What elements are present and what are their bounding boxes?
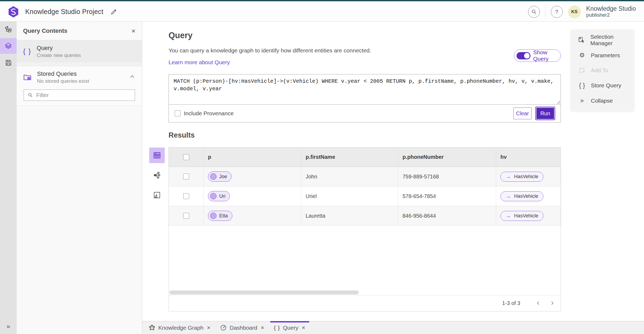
topbar-right-cluster: ? KS Knowledge Studio publisher2: [528, 5, 636, 19]
filter-section: [17, 88, 142, 106]
project-title: Knowledge Studio Project: [25, 8, 103, 16]
panel-section-gap: [17, 62, 142, 66]
column-header-phonenumber[interactable]: p.phoneNumber: [398, 148, 496, 167]
relationship-pill[interactable]: → HasVehicle: [500, 191, 543, 201]
row-checkbox[interactable]: [183, 174, 189, 179]
query-textarea[interactable]: MATCH (p:Person)-[hv:HasVehicle]->(v:Veh…: [169, 74, 561, 105]
app-window: Knowledge Studio Project ? KS Knowledge …: [0, 0, 644, 334]
user-identity: Knowledge Studio publisher2: [586, 5, 636, 18]
graph-view-button[interactable]: [149, 167, 165, 183]
expand-rail-button[interactable]: »: [0, 323, 17, 330]
close-tab-button[interactable]: ×: [302, 324, 305, 331]
tab-knowledge-graph[interactable]: Knowledge Graph ×: [144, 321, 215, 334]
rail-item-save[interactable]: [0, 55, 17, 70]
search-button[interactable]: [528, 6, 540, 18]
braces-icon: { }: [23, 47, 31, 56]
stored-queries-subtitle: No stored queries exist: [37, 78, 89, 84]
avatar[interactable]: KS: [568, 5, 581, 18]
relationship-pill[interactable]: → HasVehicle: [500, 211, 543, 221]
edit-project-title-button[interactable]: [110, 8, 117, 15]
next-page-button[interactable]: [548, 299, 556, 307]
folder-icon: [23, 73, 32, 81]
store-query-button[interactable]: { } Store Query: [571, 78, 634, 92]
close-tab-button[interactable]: ×: [207, 324, 210, 331]
tab-dashboard[interactable]: Dashboard ×: [215, 321, 269, 334]
braces-icon: { }: [579, 82, 585, 89]
toggle-switch-on[interactable]: [517, 52, 530, 59]
relationship-pill-label: HasVehicle: [514, 193, 538, 199]
selection-manager-button[interactable]: Selection Manager: [571, 33, 634, 47]
gauge-icon: [220, 324, 227, 331]
gear-icon: ⚙: [579, 52, 585, 59]
filter-input-box: [24, 89, 135, 101]
panel-header: Query Contents ×: [17, 21, 142, 40]
entity-pill[interactable]: Etta: [208, 211, 232, 221]
panel-item-stored-queries[interactable]: Stored Queries No stored queries exist: [17, 66, 142, 88]
row-checkbox[interactable]: [183, 213, 189, 219]
braces-icon: { }: [274, 325, 280, 331]
column-header-firstname[interactable]: p.firstName: [301, 148, 398, 167]
pencil-icon: [110, 8, 117, 15]
close-panel-button[interactable]: ×: [131, 27, 136, 34]
filter-input[interactable]: [36, 92, 131, 98]
rail-item-layers[interactable]: [0, 38, 17, 54]
page-description: You can query a knowledge graph to ident…: [169, 47, 371, 54]
cell-phonenumber: 759-889-57168: [398, 167, 496, 186]
cell-firstname: John: [301, 167, 398, 186]
show-query-toggle[interactable]: Show Query: [514, 49, 561, 62]
close-tab-button[interactable]: ×: [261, 324, 264, 331]
entity-pill[interactable]: Uri: [208, 191, 230, 201]
panel-item-query[interactable]: { } Query Create new queries: [17, 40, 142, 62]
query-actions-panel: Selection Manager ⚙ Parameters Add To { …: [571, 30, 634, 111]
cell-phonenumber: 578-654-7854: [398, 186, 496, 206]
rail-item-data-model[interactable]: [0, 21, 17, 37]
topbar: Knowledge Studio Project ? KS Knowledge …: [0, 2, 644, 21]
learn-more-link[interactable]: Learn more about Query: [169, 59, 230, 66]
relationship-pill[interactable]: → HasVehicle: [500, 172, 543, 182]
resize-handle[interactable]: [556, 100, 560, 104]
chart-view-button[interactable]: [149, 187, 165, 203]
page-title: Query: [169, 31, 193, 40]
clear-button[interactable]: Clear: [513, 107, 532, 119]
table-icon: [153, 151, 161, 159]
column-header-hv[interactable]: hv: [496, 148, 561, 167]
query-contents-panel: Query Contents × { } Query Create new qu…: [17, 21, 142, 334]
selection-manager-label: Selection Manager: [590, 34, 634, 46]
hierarchy-icon: [5, 26, 12, 33]
table-row: Uri Uriel 578-654-7854 → HasVehicle: [169, 186, 561, 206]
tab-query[interactable]: { } Query ×: [269, 321, 310, 334]
include-provenance-checkbox[interactable]: [175, 110, 181, 116]
parameters-label: Parameters: [591, 52, 620, 59]
run-button[interactable]: Run: [536, 107, 555, 120]
collapse-section-button[interactable]: [129, 73, 136, 81]
relationship-pill-label: HasVehicle: [514, 174, 538, 179]
horizontal-scrollbar-thumb[interactable]: [169, 290, 359, 295]
add-to-button[interactable]: Add To: [571, 63, 634, 77]
search-icon: [28, 92, 33, 98]
avatar-initials: KS: [571, 9, 578, 15]
entity-node-icon: [210, 173, 217, 180]
search-icon: [531, 9, 537, 15]
bottom-tab-bar: Knowledge Graph × Dashboard × { } Query …: [142, 321, 644, 334]
arrow-right-icon: →: [506, 174, 511, 180]
relationship-pill-label: HasVehicle: [514, 213, 538, 219]
table-row: Etta Lauretta 846-956-8644 → HasVehicle: [169, 206, 561, 226]
cell-firstname: Uriel: [301, 186, 398, 206]
help-button[interactable]: ?: [551, 6, 563, 18]
row-checkbox[interactable]: [183, 193, 189, 199]
table-view-button[interactable]: [149, 148, 165, 163]
network-icon: [149, 324, 155, 331]
table-header-row: p p.firstName p.phoneNumber hv: [169, 148, 561, 167]
chevron-up-icon: [129, 73, 136, 80]
collapse-panel-button[interactable]: » Collapse: [571, 94, 634, 108]
cell-firstname: Lauretta: [301, 206, 398, 225]
parameters-button[interactable]: ⚙ Parameters: [571, 48, 634, 62]
chevron-left-icon: [536, 301, 540, 305]
entity-pill[interactable]: Joe: [208, 171, 232, 182]
topbar-divider: [545, 5, 546, 19]
query-text: MATCH (p:Person)-[hv:HasVehicle]->(v:Veh…: [174, 78, 554, 92]
select-all-checkbox[interactable]: [183, 154, 189, 160]
previous-page-button[interactable]: [534, 299, 542, 307]
user-name: publisher2: [586, 12, 636, 18]
column-header-p[interactable]: p: [204, 148, 301, 167]
